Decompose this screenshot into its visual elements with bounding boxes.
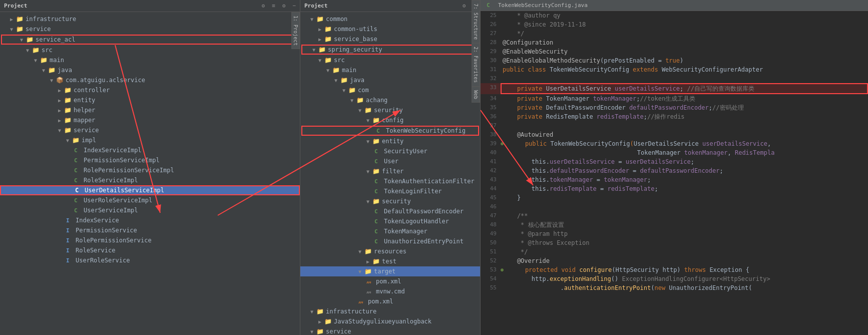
tree-item-permissionservice[interactable]: I PermissionService bbox=[0, 225, 300, 235]
line-content-44: this.redisTemplate = redisTemplate; bbox=[501, 184, 868, 193]
tree-item-unauthorizedentrypoint[interactable]: C UnauthorizedEntryPoint bbox=[300, 236, 480, 246]
layout-icon[interactable]: ≡ bbox=[272, 3, 275, 9]
tree-item-package[interactable]: ▼ 📦 com.atguigu.aclservice bbox=[0, 75, 300, 85]
tree-item-impl[interactable]: ▼ 📁 impl bbox=[0, 135, 300, 145]
gutter-icon-53: ● bbox=[501, 265, 509, 274]
folder-src2-icon: 📁 bbox=[324, 57, 332, 64]
tree-item-infrastructure2[interactable]: ▼ 📁 infrastructure bbox=[300, 306, 480, 316]
code-line-28: 28 @Configuration bbox=[481, 38, 868, 47]
file-icon-mvnwcmd: 𝓂 bbox=[366, 288, 374, 295]
class-icon-securityuser: C bbox=[374, 148, 382, 155]
line-num-29: 29 bbox=[481, 47, 501, 56]
tree-item-controller[interactable]: ▶ 📁 controller bbox=[0, 85, 300, 95]
tree-item-src2[interactable]: ▼ 📁 src bbox=[300, 55, 480, 65]
line-num-25: 25 bbox=[481, 11, 501, 20]
tree-item-mapper[interactable]: ▶ 📁 mapper bbox=[0, 115, 300, 125]
tree-item-indexservice[interactable]: I IndexService bbox=[0, 215, 300, 225]
tree-item-pom2[interactable]: 𝓂 pom.xml bbox=[300, 296, 480, 306]
tree-item-spring-security[interactable]: ▼ 📁 spring_security bbox=[301, 45, 479, 55]
line-content-39: public TokenWebSecurityConfig(UserDetail… bbox=[509, 139, 868, 148]
tree-item-defaultpasswordencoder[interactable]: C DefaultPasswordEncoder bbox=[300, 206, 480, 216]
folder-filter-icon: 📁 bbox=[372, 168, 380, 175]
tree-item-achang[interactable]: ▼ 📁 achang bbox=[300, 95, 480, 105]
tree-item-roleserviceimpl[interactable]: C RoleServiceImpl bbox=[0, 175, 300, 185]
tree-item-common-utils[interactable]: ▶ 📁 common-utils bbox=[300, 24, 480, 34]
tree-item-tokenloginfilter[interactable]: C TokenLoginFilter bbox=[300, 186, 480, 196]
tree-item-entity[interactable]: ▶ 📁 entity bbox=[0, 95, 300, 105]
editor-content[interactable]: 25 * @author qy 26 * @since 2019-11-18 2… bbox=[481, 11, 868, 335]
class-icon-roleserviceimpl: C bbox=[74, 177, 82, 184]
tree-item-test[interactable]: ▶ 📁 test bbox=[300, 256, 480, 266]
tree-label-permissionserviceimpl: PermissionServiceImpl bbox=[84, 157, 298, 164]
tree-label-java: java bbox=[58, 67, 298, 74]
tree-item-filter[interactable]: ▼ 📁 filter bbox=[300, 166, 480, 176]
tree-item-java[interactable]: ▼ 📁 java bbox=[0, 65, 300, 75]
folder-common-icon: 📁 bbox=[316, 16, 324, 23]
tree-item-service-folder[interactable]: ▼ 📁 service bbox=[0, 125, 300, 135]
tree-item-rolepermissionservice[interactable]: I RolePermissionService bbox=[0, 235, 300, 245]
tree-item-userroleservice[interactable]: I UserRoleService bbox=[0, 255, 300, 265]
tree-item-service-acl[interactable]: ▼ 📁 service_acl bbox=[1, 35, 299, 45]
strip-tab-web[interactable]: Web bbox=[472, 87, 480, 103]
middle-settings-icon[interactable]: ⚙ bbox=[463, 3, 466, 9]
tree-item-userserviceimpl[interactable]: C UserServiceImpl bbox=[0, 205, 300, 215]
tree-item-tokenauthenticationfilter[interactable]: C TokenAuthenticationFilter bbox=[300, 176, 480, 186]
tree-item-infrastructure[interactable]: ▶ 📁 infrastructure bbox=[0, 14, 300, 24]
tree-item-userdetailsserviceimpl[interactable]: C UserDetailsServiceImpl bbox=[0, 185, 300, 195]
tree-item-javastudy[interactable]: ▶ 📁 JavaStudygulixueyuanlogback bbox=[300, 316, 480, 326]
tree-item-target[interactable]: ▼ 📁 target bbox=[300, 266, 480, 276]
tree-label-helper: helper bbox=[74, 107, 298, 114]
minimize-icon[interactable]: − bbox=[292, 3, 296, 9]
tree-item-pom1[interactable]: 𝓂 pom.xml bbox=[300, 276, 480, 286]
tree-item-common[interactable]: ▼ 📁 common bbox=[300, 14, 480, 24]
line-num-53: 53 bbox=[481, 265, 501, 274]
tree-item-mvnwcmd[interactable]: 𝓂 mvnw.cmd bbox=[300, 286, 480, 296]
tree-item-com[interactable]: ▼ 📁 com bbox=[300, 85, 480, 95]
tree-item-config[interactable]: ▼ 📁 config bbox=[300, 115, 480, 125]
tree-item-helper[interactable]: ▶ 📁 helper bbox=[0, 105, 300, 115]
tree-item-securityuser[interactable]: C SecurityUser bbox=[300, 146, 480, 156]
line-content-50: * @throws Exception bbox=[501, 238, 868, 247]
line-num-44: 44 bbox=[481, 184, 501, 193]
tree-item-service-base[interactable]: ▶ 📁 service_base bbox=[300, 34, 480, 44]
arrow-package: ▼ bbox=[50, 78, 56, 83]
tree-item-resources[interactable]: ▼ 📁 resources bbox=[300, 246, 480, 256]
strip-tab-structure[interactable]: 7: Structure bbox=[472, 0, 480, 43]
config-icon[interactable]: ⚙ bbox=[282, 3, 286, 9]
tree-label-rolepermissionserviceimpl: RolePermissionServiceImpl bbox=[84, 167, 298, 174]
tree-label-impl: impl bbox=[82, 137, 298, 144]
tree-label-src: src bbox=[42, 47, 298, 54]
code-line-42: 42 this.defaultPasswordEncoder = default… bbox=[481, 166, 868, 175]
tree-item-tokenwebsecurityconfig[interactable]: C TokenWebSecurityConfig bbox=[301, 126, 479, 136]
tree-item-security2[interactable]: ▼ 📁 security bbox=[300, 196, 480, 206]
tree-item-src[interactable]: ▼ 📁 src bbox=[0, 45, 300, 55]
code-line-29: 29 @EnableWebSecurity bbox=[481, 47, 868, 56]
tree-item-rolepermissionserviceimpl[interactable]: C RolePermissionServiceImpl bbox=[0, 165, 300, 175]
project-label: Project bbox=[4, 3, 27, 9]
tree-item-tokenmanager[interactable]: C TokenManager bbox=[300, 226, 480, 236]
folder-java2-icon: 📁 bbox=[340, 77, 348, 84]
strip-tab-project[interactable]: 1: Project bbox=[291, 12, 300, 49]
settings-icon[interactable]: ⚙ bbox=[262, 3, 265, 9]
tree-item-roleservice[interactable]: I RoleService bbox=[0, 245, 300, 255]
tree-item-permissionserviceimpl[interactable]: C PermissionServiceImpl bbox=[0, 155, 300, 165]
code-line-44: 44 this.redisTemplate = redisTemplate; bbox=[481, 184, 868, 193]
editor-tab-filename[interactable]: TokenWebSecurityConfig.java bbox=[498, 2, 588, 9]
line-content-47: /** bbox=[501, 211, 868, 220]
tree-item-serurity[interactable]: ▼ 📁 serurity bbox=[300, 105, 480, 115]
tree-item-service2[interactable]: ▼ 📁 service bbox=[300, 326, 480, 335]
tree-item-tokenlogouthandler[interactable]: C TokenLogoutHandler bbox=[300, 216, 480, 226]
class-icon-rolepermissionserviceimpl: C bbox=[74, 167, 82, 174]
tree-item-service[interactable]: ▼ 📁 service bbox=[0, 24, 300, 34]
strip-tab-favorites[interactable]: 2: Favorites bbox=[472, 43, 480, 86]
tree-item-indexserviceimpl[interactable]: C IndexServiceImpl bbox=[0, 145, 300, 155]
tree-item-main2[interactable]: ▼ 📁 main bbox=[300, 65, 480, 75]
code-line-33: 33 private UserDetailsService userDetail… bbox=[481, 83, 868, 94]
tree-label-common-utils: common-utils bbox=[334, 26, 478, 33]
tree-item-user[interactable]: C User bbox=[300, 156, 480, 166]
tree-item-entity2[interactable]: ▼ 📁 entity bbox=[300, 136, 480, 146]
line-content-53: protected void configure(HttpSecurity ht… bbox=[509, 265, 868, 274]
tree-item-userroleserviceimpl[interactable]: C UserRoleServiceImpl bbox=[0, 195, 300, 205]
tree-item-java2[interactable]: ▼ 📁 java bbox=[300, 75, 480, 85]
tree-item-main[interactable]: ▼ 📁 main bbox=[0, 55, 300, 65]
